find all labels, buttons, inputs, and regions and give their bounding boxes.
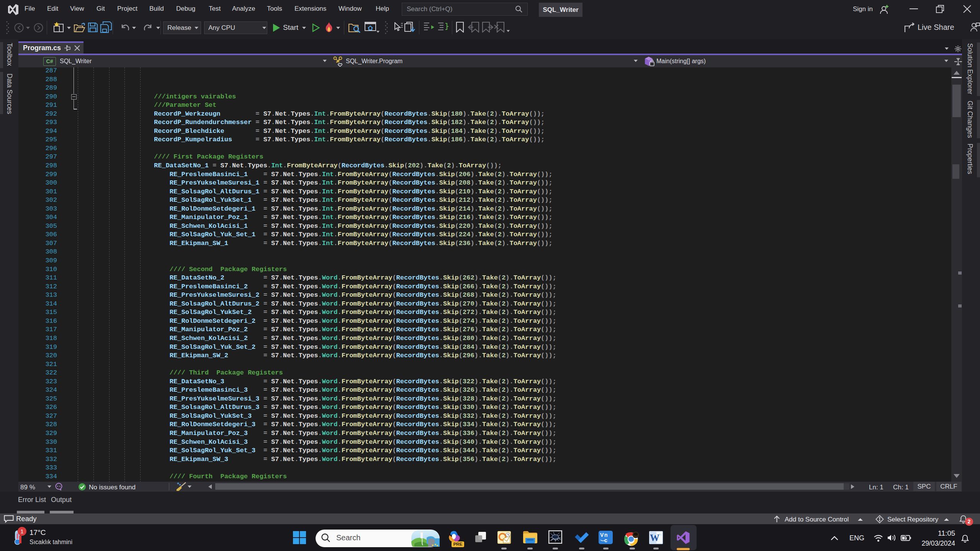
svg-text:V: V <box>600 532 604 538</box>
svg-text:W: W <box>650 533 659 543</box>
